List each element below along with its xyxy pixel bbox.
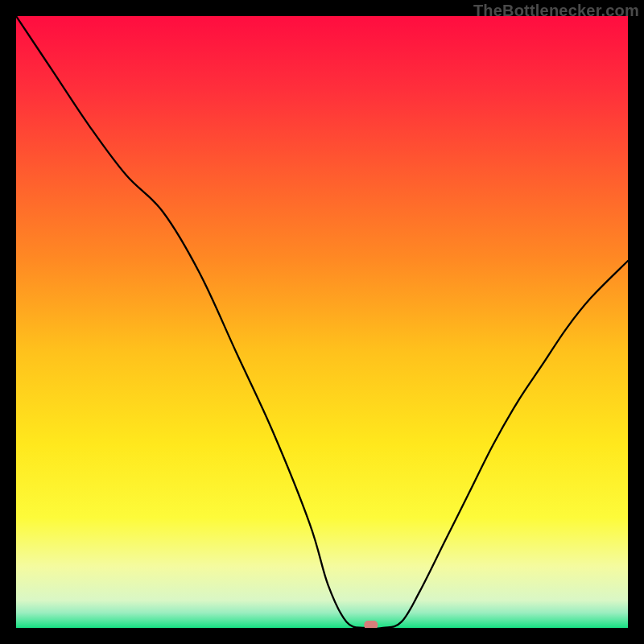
gradient-background <box>16 16 628 628</box>
plot-area <box>16 16 628 628</box>
watermark-text: TheBottlenecker.com <box>473 2 639 20</box>
chart-svg <box>16 16 628 628</box>
minimum-marker <box>364 621 378 628</box>
chart-frame: TheBottlenecker.com <box>0 0 644 644</box>
